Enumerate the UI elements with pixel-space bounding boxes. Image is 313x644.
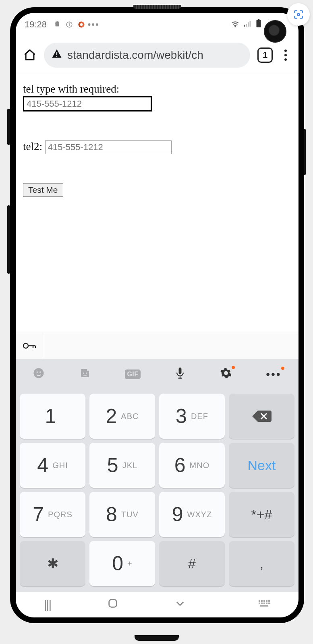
password-key-icon[interactable] <box>16 332 43 359</box>
key-comma[interactable]: , <box>229 541 294 586</box>
key-symbols[interactable]: *+# <box>229 492 294 537</box>
numeric-keyboard: 1 2ABC 3DEF 4GHI 5JKL 6MNO Next 7PQRS 8T… <box>16 390 298 592</box>
key-4[interactable]: 4GHI <box>20 443 85 488</box>
emoji-icon[interactable] <box>33 367 45 382</box>
browser-toolbar: standardista.com/webkit/ch 1 <box>16 36 298 74</box>
svg-rect-31 <box>259 600 260 602</box>
svg-rect-25 <box>179 367 182 374</box>
key-5[interactable]: 5JKL <box>89 443 155 488</box>
front-camera <box>264 20 286 43</box>
svg-point-23 <box>83 372 84 374</box>
svg-point-21 <box>37 371 38 373</box>
tel2-input[interactable] <box>45 140 172 154</box>
key-3[interactable]: 3DEF <box>159 394 225 439</box>
key-backspace[interactable] <box>229 394 294 439</box>
svg-rect-33 <box>263 600 265 602</box>
bixby-button <box>7 109 10 145</box>
usb-port <box>135 635 179 641</box>
url-text: standardista.com/webkit/ch <box>67 49 203 62</box>
svg-rect-8 <box>244 25 245 27</box>
svg-rect-40 <box>268 603 270 604</box>
svg-point-4 <box>69 23 70 24</box>
wifi-icon <box>231 19 240 30</box>
svg-point-20 <box>34 368 44 378</box>
svg-rect-15 <box>56 56 57 57</box>
keyboard-toggle-icon[interactable] <box>258 598 270 611</box>
svg-point-0 <box>298 14 300 16</box>
more-notifications-icon: ••• <box>89 21 97 29</box>
tel2-label: tel2: <box>23 140 42 153</box>
svg-rect-39 <box>266 603 267 604</box>
crop-tool-badge[interactable] <box>287 3 310 26</box>
svg-point-16 <box>23 343 28 348</box>
svg-rect-10 <box>248 22 249 27</box>
key-9[interactable]: 9WXYZ <box>159 492 225 537</box>
key-2[interactable]: 2ABC <box>89 394 155 439</box>
svg-rect-37 <box>261 603 263 604</box>
key-hash[interactable]: # <box>159 541 225 586</box>
phone-frame: 19:28 ••• <box>10 7 304 623</box>
battery-icon <box>256 19 261 30</box>
svg-rect-35 <box>268 600 270 602</box>
android-icon <box>53 21 61 29</box>
svg-point-6 <box>80 23 83 26</box>
svg-point-7 <box>235 26 236 27</box>
key-0[interactable]: 0+ <box>89 541 155 586</box>
tel1-input[interactable] <box>23 96 152 111</box>
web-content: tel type with required: tel2: Test Me <box>16 74 298 332</box>
settings-icon[interactable] <box>220 367 232 382</box>
key-next[interactable]: Next <box>229 443 294 488</box>
mic-icon[interactable] <box>174 367 186 382</box>
tab-count: 1 <box>263 50 267 60</box>
volume-buttons <box>7 205 10 274</box>
svg-point-22 <box>39 371 41 373</box>
address-bar[interactable]: standardista.com/webkit/ch <box>44 43 250 68</box>
key-7[interactable]: 7PQRS <box>20 492 85 537</box>
svg-rect-11 <box>250 21 251 27</box>
tel1-label: tel type with required: <box>23 83 291 95</box>
svg-rect-12 <box>257 20 261 27</box>
svg-rect-9 <box>246 24 247 27</box>
key-6[interactable]: 6MNO <box>159 443 225 488</box>
keyboard-more-icon[interactable]: ••• <box>266 368 281 381</box>
key-star[interactable]: ✱ <box>20 541 85 586</box>
system-nav-bar: ||| <box>16 592 298 617</box>
earpiece-speaker <box>133 5 181 9</box>
svg-rect-38 <box>263 603 265 604</box>
screen: 19:28 ••• <box>16 13 298 617</box>
key-8[interactable]: 8TUV <box>89 492 155 537</box>
svg-point-24 <box>86 372 87 374</box>
key-1[interactable]: 1 <box>20 394 85 439</box>
gif-icon[interactable]: GIF <box>125 369 140 379</box>
info-icon <box>65 21 73 29</box>
svg-rect-13 <box>258 19 259 20</box>
back-icon[interactable] <box>174 598 186 612</box>
svg-rect-30 <box>109 599 117 607</box>
swirl-icon <box>77 21 85 29</box>
signal-icon <box>244 19 252 30</box>
svg-rect-1 <box>56 24 59 27</box>
clock: 19:28 <box>25 19 47 30</box>
svg-rect-34 <box>266 600 267 602</box>
overflow-menu-icon[interactable] <box>280 50 291 61</box>
test-me-button[interactable]: Test Me <box>23 183 63 197</box>
home-nav-icon[interactable] <box>107 598 118 612</box>
home-icon[interactable] <box>23 48 37 62</box>
tab-switcher[interactable]: 1 <box>257 47 273 63</box>
status-bar: 19:28 ••• <box>16 13 298 36</box>
svg-rect-41 <box>260 605 268 607</box>
svg-rect-32 <box>261 600 263 602</box>
sticker-icon[interactable] <box>79 367 91 382</box>
svg-rect-14 <box>56 52 57 55</box>
keyboard-toolbar: GIF ••• <box>16 359 298 390</box>
autofill-strip <box>16 332 298 359</box>
recents-icon[interactable]: ||| <box>44 598 51 611</box>
svg-rect-36 <box>259 603 260 604</box>
warning-icon <box>51 48 62 62</box>
